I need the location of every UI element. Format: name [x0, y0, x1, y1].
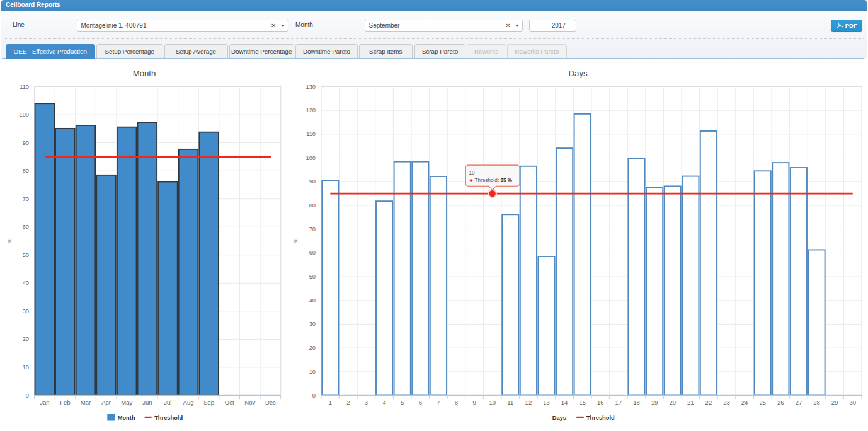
- svg-text:20: 20: [669, 399, 676, 406]
- svg-text:80: 80: [309, 202, 316, 209]
- svg-text:29: 29: [831, 399, 838, 406]
- svg-text:Threshold: 85 %: Threshold: 85 %: [475, 178, 513, 183]
- svg-text:90: 90: [23, 140, 29, 146]
- svg-text:120: 120: [306, 107, 316, 113]
- svg-text:50: 50: [309, 273, 316, 280]
- svg-text:Month: Month: [118, 415, 135, 421]
- svg-text:0: 0: [312, 393, 316, 399]
- svg-text:Sep: Sep: [203, 399, 214, 406]
- svg-text:90: 90: [309, 178, 316, 185]
- svg-text:28: 28: [813, 399, 820, 406]
- svg-text:30: 30: [309, 321, 316, 327]
- svg-text:0: 0: [26, 393, 29, 399]
- svg-text:12: 12: [525, 399, 532, 406]
- svg-text:20: 20: [309, 345, 316, 351]
- svg-text:60: 60: [309, 250, 316, 256]
- svg-text:May: May: [121, 399, 132, 406]
- svg-text:16: 16: [597, 399, 604, 406]
- svg-text:Feb: Feb: [60, 399, 70, 406]
- svg-text:110: 110: [306, 131, 316, 137]
- svg-text:14: 14: [561, 399, 568, 406]
- svg-text:130: 130: [306, 84, 316, 90]
- svg-text:4: 4: [382, 399, 385, 406]
- svg-text:10: 10: [309, 369, 316, 375]
- svg-text:80: 80: [23, 168, 29, 174]
- svg-text:Nov: Nov: [244, 399, 255, 406]
- svg-text:13: 13: [543, 399, 550, 406]
- svg-text:25: 25: [759, 399, 766, 406]
- svg-text:17: 17: [615, 399, 622, 406]
- svg-text:18: 18: [633, 399, 640, 406]
- svg-text:60: 60: [23, 224, 29, 230]
- svg-text:22: 22: [705, 399, 712, 406]
- svg-text:15: 15: [579, 399, 586, 406]
- svg-text:100: 100: [19, 112, 29, 118]
- svg-text:110: 110: [20, 84, 29, 90]
- svg-text:10: 10: [23, 364, 29, 371]
- svg-text:70: 70: [23, 196, 29, 202]
- svg-text:3: 3: [365, 399, 368, 406]
- svg-text:6: 6: [419, 399, 422, 406]
- svg-text:Mar: Mar: [81, 399, 91, 406]
- svg-text:%: %: [292, 238, 299, 243]
- svg-text:24: 24: [741, 399, 748, 406]
- svg-text:40: 40: [309, 297, 316, 304]
- svg-text:21: 21: [687, 399, 694, 406]
- svg-text:Days: Days: [569, 69, 588, 78]
- svg-text:100: 100: [306, 155, 316, 161]
- svg-text:70: 70: [309, 226, 316, 233]
- svg-text:5: 5: [401, 399, 404, 406]
- svg-text:10: 10: [469, 170, 476, 176]
- svg-text:11: 11: [507, 399, 513, 406]
- svg-text:Dec: Dec: [265, 399, 276, 406]
- svg-text:9: 9: [472, 399, 476, 406]
- svg-text:Jan: Jan: [40, 399, 49, 406]
- svg-text:Month: Month: [133, 69, 156, 78]
- svg-text:23: 23: [723, 399, 730, 406]
- svg-text:7: 7: [437, 399, 440, 406]
- svg-text:Jun: Jun: [142, 399, 152, 406]
- svg-text:Oct: Oct: [225, 399, 234, 406]
- svg-text:27: 27: [796, 399, 802, 406]
- svg-text:2: 2: [346, 399, 350, 406]
- svg-text:Threshold: Threshold: [586, 415, 615, 421]
- svg-text:19: 19: [651, 399, 658, 406]
- svg-text:Jul: Jul: [164, 399, 171, 406]
- svg-text:%: %: [6, 238, 13, 243]
- svg-text:10: 10: [489, 399, 496, 406]
- svg-text:26: 26: [777, 399, 784, 406]
- svg-text:1: 1: [329, 399, 332, 406]
- svg-text:40: 40: [23, 280, 29, 286]
- svg-text:20: 20: [23, 336, 29, 342]
- svg-text:Threshold: Threshold: [154, 415, 183, 421]
- svg-text:50: 50: [23, 252, 29, 258]
- svg-text:30: 30: [23, 308, 29, 314]
- svg-text:Days: Days: [552, 415, 566, 421]
- svg-text:Aug: Aug: [183, 399, 194, 406]
- svg-text:30: 30: [849, 399, 856, 406]
- svg-text:Apr: Apr: [101, 399, 111, 406]
- svg-text:8: 8: [455, 399, 458, 406]
